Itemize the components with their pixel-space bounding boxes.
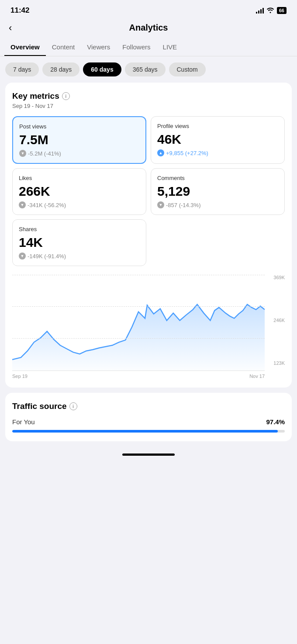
metric-label-profile-views: Profile views: [157, 123, 278, 129]
metric-label-comments: Comments: [157, 175, 278, 181]
traffic-label-for-you: For You: [12, 418, 35, 426]
tab-viewers[interactable]: Viewers: [81, 39, 116, 56]
traffic-source-info-icon[interactable]: i: [69, 402, 77, 410]
metric-change-post-views: ▼ -5.2M (-41%): [19, 150, 139, 157]
metric-value-likes: 266K: [19, 184, 140, 199]
chart-grid-line-mid2: [12, 338, 265, 339]
battery-indicator: 66: [277, 7, 287, 14]
down-arrow-icon: ▼: [19, 150, 26, 157]
chart-grid-line-top: [12, 275, 265, 275]
chart-svg: [12, 275, 265, 370]
key-metrics-title: Key metrics i: [12, 91, 285, 101]
down-arrow-icon: ▼: [19, 201, 26, 208]
chart-grid-line-mid1: [12, 306, 265, 307]
metric-value-profile-views: 46K: [157, 132, 278, 147]
home-bar: [122, 454, 175, 456]
metric-card-shares: Shares 14K ▼ -149K (-91.4%): [12, 219, 146, 266]
chart-y-bottom: 123K: [273, 360, 285, 366]
date-range: Sep 19 - Nov 17: [12, 103, 285, 109]
traffic-progress-bar-container: [12, 430, 285, 433]
metric-card-post-views: Post views 7.5M ▼ -5.2M (-41%): [12, 116, 146, 164]
metric-value-post-views: 7.5M: [19, 132, 139, 147]
tab-content[interactable]: Content: [46, 39, 81, 56]
back-button[interactable]: ‹: [9, 22, 12, 34]
chart-y-mid: 246K: [273, 318, 285, 323]
chart-y-labels: 369K 246K 123K: [273, 275, 285, 366]
period-custom[interactable]: Custom: [169, 62, 206, 76]
metric-card-profile-views: Profile views 46K ▲ +9,855 (+27.2%): [151, 116, 285, 164]
tab-followers[interactable]: Followers: [116, 39, 156, 56]
key-metrics-section: Key metrics i Sep 19 - Nov 17 Post views…: [5, 83, 292, 388]
metric-card-comments: Comments 5,129 ▼ -857 (-14.3%): [151, 168, 285, 215]
page-title: Analytics: [129, 23, 168, 33]
status-bar: 11:42 66: [0, 0, 297, 18]
chart-container: 369K 246K 123K Sep 19 Nov 17: [12, 275, 285, 379]
home-indicator: [0, 447, 297, 463]
up-arrow-icon: ▲: [157, 149, 164, 156]
metric-card-likes: Likes 266K ▼ -341K (-56.2%): [12, 168, 146, 215]
traffic-source-section: Traffic source i For You 97.4%: [5, 393, 292, 441]
metric-value-comments: 5,129: [157, 184, 278, 199]
header: ‹ Analytics: [0, 18, 297, 39]
status-time: 11:42: [10, 6, 29, 15]
metric-change-comments: ▼ -857 (-14.3%): [157, 201, 278, 208]
traffic-progress-bar-fill: [12, 430, 278, 433]
tab-bar: Overview Content Viewers Followers LIVE: [0, 39, 297, 56]
metric-label-post-views: Post views: [19, 123, 139, 130]
metric-change-profile-views: ▲ +9,855 (+27.2%): [157, 149, 278, 156]
signal-icon: [256, 7, 264, 14]
traffic-source-title: Traffic source i: [12, 402, 285, 411]
metric-label-shares: Shares: [19, 226, 140, 232]
period-28days[interactable]: 28 days: [42, 62, 79, 76]
down-arrow-icon: ▼: [157, 201, 164, 208]
period-365days[interactable]: 365 days: [125, 62, 166, 76]
metric-change-likes: ▼ -341K (-56.2%): [19, 201, 140, 208]
chart-x-labels: Sep 19 Nov 17: [12, 371, 265, 379]
down-arrow-icon: ▼: [19, 253, 26, 260]
metric-change-shares: ▼ -149K (-91.4%): [19, 253, 140, 260]
chart-x-start: Sep 19: [12, 374, 28, 379]
chart-x-end: Nov 17: [249, 374, 265, 379]
chart-y-top: 369K: [273, 275, 285, 280]
period-filter-bar: 7 days 28 days 60 days 365 days Custom: [0, 56, 297, 83]
metric-value-shares: 14K: [19, 235, 140, 250]
tab-live[interactable]: LIVE: [157, 39, 183, 56]
key-metrics-info-icon[interactable]: i: [62, 92, 70, 100]
metric-grid: Post views 7.5M ▼ -5.2M (-41%) Profile v…: [12, 116, 285, 266]
wifi-icon: [266, 7, 274, 14]
status-icons: 66: [256, 7, 287, 14]
period-7days[interactable]: 7 days: [5, 62, 39, 76]
metric-label-likes: Likes: [19, 175, 140, 181]
tab-overview[interactable]: Overview: [4, 39, 46, 56]
traffic-row-for-you: For You 97.4%: [12, 418, 285, 426]
traffic-value-for-you: 97.4%: [266, 418, 285, 426]
period-60days[interactable]: 60 days: [83, 62, 121, 76]
chart-area: [12, 275, 265, 371]
